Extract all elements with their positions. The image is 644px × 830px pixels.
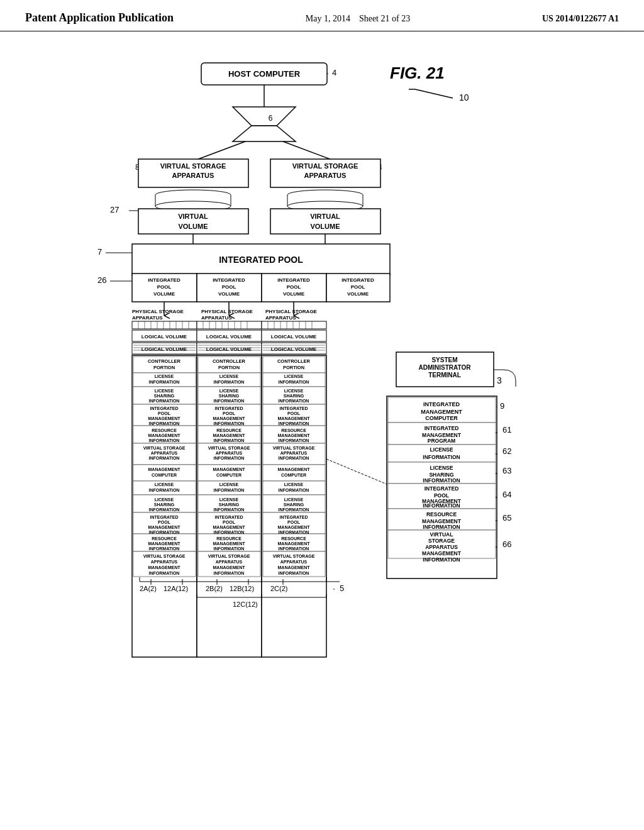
imc-vsami-label5: INFORMATION [423, 556, 460, 563]
imc-rmi-label3: INFORMATION [423, 524, 460, 530]
cp-mid2: PORTION [218, 365, 240, 370]
diagram-area: FIG. 21 10 HOST COMPUTER 4 6 8 8 VIRTUAL… [0, 31, 644, 799]
li-left2: INFORMATION [149, 380, 180, 384]
lsi-right3: INFORMATION [279, 399, 309, 403]
rmi2-mid3: INFORMATION [214, 546, 245, 551]
ipmi-right3: MANAGEMENT [278, 416, 311, 421]
rmi-left2: MANAGEMENT [148, 433, 181, 438]
lsi2-mid2: SHARING [219, 502, 240, 507]
ipmi-left2: POOL [158, 411, 171, 416]
vsai-right3: INFORMATION [279, 456, 309, 460]
vsami-right1: VIRTUAL STORAGE [273, 554, 315, 558]
ipv1-label3: VOLUME [153, 291, 175, 297]
svg-rect-92 [262, 321, 326, 329]
ref-64: 64 [502, 490, 511, 499]
li-right1: LICENSE [284, 374, 304, 379]
lv-right-top: LOGICAL VOLUME [271, 334, 317, 340]
ref-27: 27 [110, 205, 119, 214]
imc-label2: MANAGEMENT [421, 409, 462, 415]
lsi2-left3: INFORMATION [149, 507, 180, 512]
ipv4-label3: VOLUME [347, 291, 369, 297]
ipv3-label3: VOLUME [283, 291, 305, 297]
ref-2c2: 2C(2) [270, 585, 288, 592]
ipmi2-mid2: POOL [223, 520, 236, 524]
svg-marker-6 [233, 126, 296, 141]
lv-right-bot: LOGICAL VOLUME [271, 346, 317, 352]
lsi2-right2: SHARING [284, 502, 304, 507]
ipv1-label1: INTEGRATED [148, 277, 180, 283]
psa-mid-label1: PHYSICAL STORAGE [201, 309, 253, 314]
imc-rmi-label1: RESOURCE [426, 511, 457, 517]
cp-right2: PORTION [283, 365, 304, 370]
sat-label2: ADMINISTRATOR [419, 364, 472, 371]
lv-mid-top: LOGICAL VOLUME [206, 334, 252, 340]
psa-right-label1: PHYSICAL STORAGE [265, 309, 318, 314]
cp-left1: CONTROLLER [148, 358, 181, 364]
fig-label: FIG. 21 [390, 64, 445, 82]
li-mid1: LICENSE [219, 374, 239, 379]
publication-date: May 1, 2014 [306, 14, 350, 23]
rmi-right1: RESOURCE [281, 428, 306, 433]
vv-right-label1: VIRTUAL [310, 213, 340, 220]
rmi2-left1: RESOURCE [152, 536, 177, 541]
svg-line-7 [195, 141, 245, 160]
imc-vsami-label3: APPARATUS [425, 544, 458, 550]
cp-left2: PORTION [153, 365, 175, 370]
vsami-left4: INFORMATION [149, 571, 180, 575]
lsi2-left2: SHARING [154, 502, 175, 507]
svg-rect-37 [132, 321, 197, 329]
page-header: Patent Application Publication May 1, 20… [0, 0, 644, 31]
rmi-left1: RESOURCE [152, 428, 177, 433]
li-right2: INFORMATION [279, 380, 309, 384]
lsi-left1: LICENSE [155, 389, 174, 393]
li2-mid2: INFORMATION [214, 488, 245, 492]
vsai-mid3: INFORMATION [214, 456, 245, 460]
integrated-pool-label: INTEGRATED POOL [219, 255, 303, 265]
sat-label3: TERMINAL [428, 372, 461, 379]
psa-left-label1: PHYSICAL STORAGE [132, 309, 184, 314]
lsi2-right1: LICENSE [284, 497, 304, 502]
ipv2-label1: INTEGRATED [213, 277, 245, 283]
li2-left1: LICENSE [155, 482, 174, 487]
cp-right1: CONTROLLER [277, 358, 311, 364]
imc-li-label2: INFORMATION [423, 454, 460, 460]
mcli-mid1: MANAGEMENT [213, 467, 246, 472]
cp-mid1: CONTROLLER [213, 358, 246, 364]
lsi2-mid3: INFORMATION [214, 507, 245, 512]
ipmi-mid1: INTEGRATED [215, 406, 243, 411]
host-computer-label: HOST COMPUTER [228, 69, 301, 79]
imc-ipmi-label1: INTEGRATED [425, 485, 459, 492]
imc-lsi-label1: LICENSE [430, 465, 453, 471]
lsi-right1: LICENSE [284, 389, 304, 393]
rmi2-right3: INFORMATION [279, 546, 309, 551]
ref-2a2: 2A(2) [140, 585, 157, 592]
ipmi2-left1: INTEGRATED [150, 515, 179, 519]
vsa-right-label1: VIRTUAL STORAGE [292, 162, 358, 170]
rmi-left3: INFORMATION [149, 438, 180, 443]
lv-mid-bot: LOGICAL VOLUME [206, 346, 252, 352]
lv-left-bot: LOGICAL VOLUME [142, 346, 187, 352]
svg-line-8 [283, 141, 333, 160]
vsai-right1: VIRTUAL STORAGE [273, 446, 315, 450]
lsi2-mid1: LICENSE [219, 497, 239, 502]
ipmi-mid2: POOL [223, 411, 236, 416]
vsa-left-label1: VIRTUAL STORAGE [160, 162, 226, 170]
ipmi2-right3: MANAGEMENT [278, 525, 311, 529]
ref-12a12: 12A(12) [164, 585, 188, 592]
rmi2-left3: INFORMATION [149, 546, 180, 551]
vsami-left1: VIRTUAL STORAGE [143, 554, 186, 558]
vsami-right4: INFORMATION [279, 571, 309, 575]
lsi2-right3: INFORMATION [279, 507, 309, 512]
vv-right-label2: VOLUME [310, 223, 340, 230]
ipmi-right4: INFORMATION [279, 421, 309, 426]
ipmi-right2: POOL [287, 411, 301, 416]
vsai-left1: VIRTUAL STORAGE [143, 446, 186, 450]
ipv3-label1: INTEGRATED [277, 277, 310, 283]
lsi-mid1: LICENSE [219, 389, 239, 393]
rmi2-right2: MANAGEMENT [278, 541, 311, 546]
rmi2-mid2: MANAGEMENT [213, 541, 246, 546]
vsami-mid3: MANAGEMENT [213, 565, 246, 570]
publication-date-sheet: May 1, 2014 Sheet 21 of 23 [306, 14, 410, 24]
ref-62: 62 [502, 446, 511, 456]
imc-vsami-label4: MANAGEMENT [422, 550, 462, 556]
